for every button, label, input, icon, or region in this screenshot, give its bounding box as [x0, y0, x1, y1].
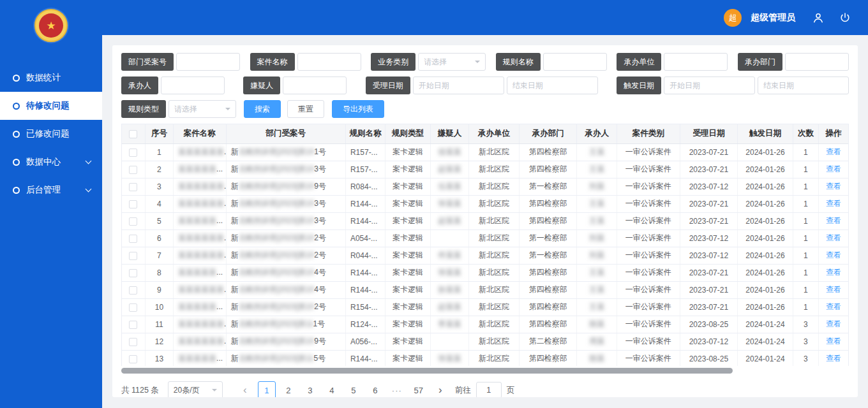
user-box: 超 超级管理员 — [724, 9, 854, 27]
pager-page-4[interactable]: 4 — [323, 381, 341, 397]
row-checkbox[interactable] — [129, 166, 137, 174]
row-checkbox[interactable] — [129, 269, 137, 277]
table-row: 5某某某某某...新北检刑诉受[2023]第103号R144-...案卡逻辑赵某… — [122, 212, 848, 229]
scrollbar-thumb[interactable] — [121, 368, 733, 374]
next-page-button[interactable]: › — [431, 381, 449, 397]
view-link[interactable]: 查看 — [826, 182, 841, 191]
view-link[interactable]: 查看 — [826, 216, 841, 225]
sidebar-item-data-center[interactable]: 数据中心 — [0, 148, 102, 176]
search-button[interactable]: 搜索 — [244, 100, 281, 118]
user-icon[interactable] — [809, 9, 827, 27]
row-checkbox[interactable] — [129, 338, 137, 346]
pager-page-5[interactable]: 5 — [345, 381, 363, 397]
cell-index: 1 — [145, 143, 173, 161]
row-checkbox[interactable] — [129, 321, 137, 329]
pager-page-2[interactable]: 2 — [280, 381, 297, 397]
view-link[interactable]: 查看 — [826, 147, 841, 156]
suspect-input[interactable] — [283, 76, 347, 94]
biz-type-select[interactable]: 请选择 — [418, 53, 486, 71]
sidebar-item-pending-issues[interactable]: 待修改问题 — [0, 92, 102, 120]
cell-case-name: 某某某某某某... — [174, 281, 227, 298]
view-link[interactable]: 查看 — [826, 199, 841, 208]
row-checkbox[interactable] — [129, 286, 137, 295]
trigger-date-label: 触发日期 — [617, 76, 661, 94]
cell-rule-name: A054-... — [345, 229, 385, 247]
case-name-input[interactable] — [297, 53, 361, 71]
cell-trigger-date: 2024-01-26 — [738, 298, 793, 316]
row-checkbox[interactable] — [129, 303, 137, 312]
filter-case-name: 案件名称 — [250, 53, 361, 71]
cell-category: 一审公诉案件 — [617, 247, 680, 264]
dept-input[interactable] — [785, 53, 849, 71]
rule-name-input[interactable] — [543, 53, 607, 71]
view-link[interactable]: 查看 — [826, 337, 841, 346]
row-checkbox-cell — [122, 298, 145, 316]
header-rule-name: 规则名称 — [345, 124, 385, 143]
pager-page-6[interactable]: 6 — [366, 381, 384, 397]
cell-case-no: 新北检刑诉受[2023]第104号 — [226, 281, 345, 298]
view-link[interactable]: 查看 — [826, 354, 841, 363]
cell-accept-date: 2023-07-21 — [680, 281, 738, 298]
row-checkbox[interactable] — [129, 355, 137, 363]
filter-dept: 承办部门 — [738, 53, 849, 71]
total-count: 共 1125 条 — [121, 385, 159, 396]
view-link[interactable]: 查看 — [826, 268, 841, 277]
cell-handler: 王某 — [577, 264, 617, 281]
header-dept: 承办部门 — [519, 124, 577, 143]
cell-action: 查看 — [819, 161, 848, 178]
accept-date-start-input[interactable] — [413, 76, 504, 94]
pager-page-1[interactable]: 1 — [258, 381, 276, 397]
power-icon[interactable] — [836, 9, 854, 27]
trigger-date-start-input[interactable] — [664, 76, 755, 94]
cell-rule-name: R084-... — [345, 178, 385, 195]
goto-page-input[interactable] — [476, 382, 502, 397]
cell-rule-type: 案卡逻辑 — [385, 298, 430, 316]
row-checkbox[interactable] — [129, 217, 137, 226]
view-link[interactable]: 查看 — [826, 233, 841, 242]
chevron-down-icon — [86, 157, 92, 164]
cell-category: 一审公诉案件 — [617, 178, 680, 195]
row-checkbox[interactable] — [129, 183, 137, 191]
cell-dept: 第四检察部 — [519, 298, 577, 316]
cell-index: 8 — [145, 264, 173, 281]
cell-handler: 周某 — [577, 333, 617, 350]
trigger-date-end-input[interactable] — [758, 76, 849, 94]
export-button[interactable]: 导出列表 — [332, 100, 384, 118]
view-link[interactable]: 查看 — [826, 164, 841, 173]
cell-category: 一审公诉案件 — [617, 298, 680, 316]
handler-input[interactable] — [161, 76, 225, 94]
cell-category: 一审公诉案件 — [617, 281, 680, 298]
accept-date-end-input[interactable] — [507, 76, 598, 94]
page-size-select[interactable]: 20条/页 — [168, 381, 223, 397]
avatar[interactable]: 超 — [724, 9, 742, 27]
dept-label: 承办部门 — [738, 53, 782, 71]
view-link[interactable]: 查看 — [826, 251, 841, 259]
select-all-checkbox[interactable] — [129, 130, 137, 138]
row-checkbox[interactable] — [129, 200, 137, 208]
unit-input[interactable] — [664, 53, 728, 71]
table-row: 6某某某某某某...新北检刑诉受[2023]第102号A054-...案卡逻辑新… — [122, 229, 848, 247]
cell-action: 查看 — [819, 247, 848, 264]
row-checkbox[interactable] — [129, 149, 137, 157]
cell-accept-date: 2023-07-21 — [680, 298, 738, 316]
pager-page-57[interactable]: 57 — [410, 381, 428, 397]
sidebar-item-data-statistics[interactable]: 数据统计 — [0, 64, 102, 92]
row-checkbox[interactable] — [129, 252, 137, 260]
goto-suffix: 页 — [507, 385, 515, 396]
view-link[interactable]: 查看 — [826, 302, 841, 311]
sidebar-item-label: 数据中心 — [26, 156, 61, 168]
sidebar-item-admin[interactable]: 后台管理 — [0, 176, 102, 204]
rule-type-select[interactable]: 请选择 — [168, 100, 236, 118]
pager-page-3[interactable]: 3 — [301, 381, 319, 397]
pager-pages: 123456···57 — [256, 381, 430, 397]
sidebar-item-modified-issues[interactable]: 已修改问题 — [0, 120, 102, 148]
cell-accept-date: 2023-07-21 — [680, 264, 738, 281]
cell-index: 5 — [145, 212, 173, 229]
cell-case-no: 新北检刑诉受[2023]第102号 — [226, 298, 345, 316]
view-link[interactable]: 查看 — [826, 319, 841, 328]
reset-button[interactable]: 重置 — [287, 100, 324, 118]
dept-case-no-input[interactable] — [176, 53, 240, 71]
row-checkbox[interactable] — [129, 235, 137, 243]
prev-page-button[interactable]: ‹ — [236, 381, 254, 397]
view-link[interactable]: 查看 — [826, 285, 841, 294]
